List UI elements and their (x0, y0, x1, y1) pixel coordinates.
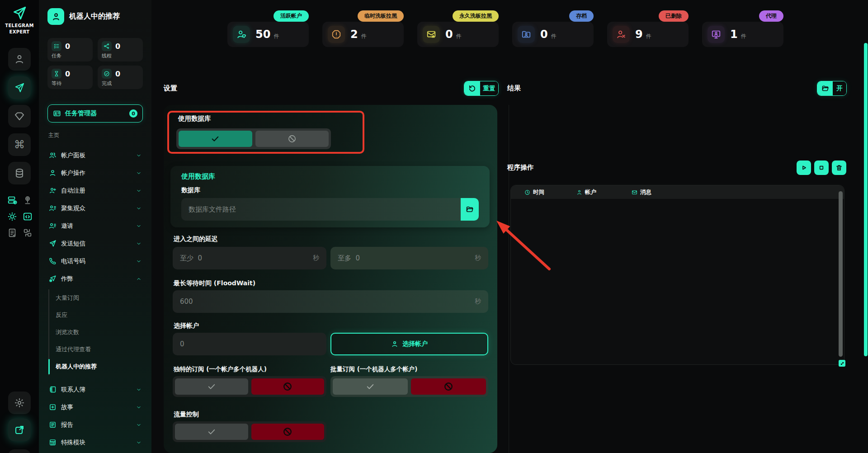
delay-max-input[interactable] (330, 254, 475, 262)
sidebar-item-label: 自动注册 (61, 187, 85, 195)
status-card-temp-blocked: 临时洗板拉黑 2件 (322, 22, 404, 47)
submenu-item-reactions[interactable]: 反应 (56, 307, 143, 324)
reset-button[interactable]: 重置 (464, 81, 499, 96)
table-resize-handle[interactable] (839, 360, 845, 367)
unique-subscribe-toggle (173, 376, 326, 397)
rail-button-premium[interactable] (8, 105, 31, 127)
server-status-icon[interactable] (6, 194, 18, 206)
bulk-subscribe-no-button[interactable] (411, 378, 486, 395)
proxy-monitor-icon (708, 26, 725, 43)
user-list-icon (49, 222, 57, 230)
traffic-control-no-button[interactable] (251, 424, 325, 440)
open-results-button[interactable]: 开 (817, 81, 847, 96)
unique-subscribe-yes-button[interactable] (175, 378, 248, 395)
floodwait-label: 最长等待时间 (FloodWait) (174, 279, 255, 288)
folder-user-icon (518, 26, 535, 43)
user-list-icon (49, 204, 57, 212)
sidebar-item-invite[interactable]: 邀请 (47, 217, 143, 235)
logo-text-2: EXPERT (9, 29, 29, 34)
bulk-subscribe-toggle (330, 376, 488, 397)
sidebar-item-label: 报告 (61, 421, 73, 429)
user-icon (49, 169, 57, 177)
sidebar-item-account-panel[interactable]: 帐户面板 (47, 146, 143, 164)
submenu-item-bot-referrals-active[interactable]: 机器人中的推荐 (56, 358, 143, 375)
chevron-down-icon (136, 387, 142, 392)
sidebar-item-gather-audience[interactable]: 聚集观众 (47, 199, 143, 217)
sidebar-item-account-actions[interactable]: 帐户操作 (47, 164, 143, 182)
settings-title: 设置 (164, 84, 177, 93)
accounts-count-input[interactable] (173, 340, 326, 348)
select-accounts-button[interactable]: 选择帐户 (330, 333, 488, 355)
sidebar-item-label: 作弊 (61, 275, 73, 283)
rail-button-accounts[interactable] (8, 48, 31, 71)
page-scrollbar[interactable] (864, 43, 868, 356)
chevron-down-icon (136, 153, 142, 158)
rail-button-clipped[interactable] (8, 449, 31, 453)
stat-card-threads: 0 线程 (98, 38, 143, 61)
chevron-down-icon (136, 223, 142, 229)
unique-subscribe-no-button[interactable] (251, 378, 325, 395)
sidebar-item-stories[interactable]: 故事 (47, 398, 143, 416)
sidebar-item-auto-register[interactable]: 自动注册 (47, 182, 143, 199)
plus-square-icon (49, 403, 57, 411)
submenu-item-views[interactable]: 浏览次数 (56, 324, 143, 341)
submenu-item-mass-subscribe[interactable]: 大量订阅 (56, 289, 143, 307)
column-header-time: 时间 (524, 189, 576, 196)
traffic-control-yes-button[interactable] (175, 424, 248, 440)
hourglass-icon (52, 69, 61, 79)
external-link-button[interactable] (8, 419, 31, 441)
sidebar-item-reports[interactable]: 报告 (47, 416, 143, 434)
traffic-control-label: 流量控制 (174, 411, 199, 419)
sidebar-item-special-modules[interactable]: 特殊模块 (47, 434, 143, 451)
users-icon (49, 151, 57, 159)
select-accounts-label: 选择帐户 (174, 322, 199, 330)
sidebar-item-cheats[interactable]: 作弊 (47, 270, 143, 288)
sidebar-item-contact-book[interactable]: 联系人簿 (47, 381, 143, 398)
bulk-subscribe-yes-button[interactable] (333, 378, 408, 395)
status-count: 50 (255, 28, 270, 41)
rail-button-shortcuts[interactable]: ⌘ (8, 133, 31, 156)
sidebar-item-phone-numbers[interactable]: 电话号码 (47, 252, 143, 270)
folder-icon (817, 81, 833, 95)
database-sub-panel: 使用数据库 数据库 (170, 166, 490, 227)
delay-min-input[interactable] (173, 254, 313, 262)
delete-button[interactable] (832, 160, 846, 175)
results-table: 时间 帐户 消息 (510, 185, 844, 365)
results-table-header: 时间 帐户 消息 (511, 185, 844, 199)
status-count: 1 (730, 28, 738, 41)
submenu-item-view-via-proxy[interactable]: 通过代理查看 (56, 341, 143, 358)
table-scrollbar-thumb[interactable] (839, 191, 843, 357)
delay-max-field: 秒 (330, 247, 488, 269)
stop-button[interactable] (814, 160, 829, 175)
code-window-icon[interactable] (22, 211, 33, 222)
rail-button-sender[interactable] (8, 76, 31, 99)
results-title: 结果 (507, 84, 521, 93)
floodwait-input[interactable] (173, 297, 475, 306)
chevron-down-icon (136, 206, 142, 211)
account-network-icon[interactable] (22, 194, 33, 206)
stat-card-done: 0 完成 (98, 66, 143, 89)
sidebar-item-label: 联系人簿 (61, 386, 85, 394)
person-icon (14, 54, 25, 65)
browse-folder-button[interactable] (461, 198, 479, 221)
section-label-home: 主页 (48, 132, 59, 139)
rail-button-database[interactable] (8, 162, 31, 184)
sidebar-item-send-sms[interactable]: 发送短信 (47, 235, 143, 252)
check-icon (207, 382, 216, 391)
settings-gear-button[interactable] (8, 392, 31, 414)
delay-label: 进入之间的延迟 (174, 235, 218, 243)
database-path-input[interactable] (181, 198, 461, 221)
bot-settings-icon[interactable] (6, 211, 18, 222)
chevron-down-icon (136, 440, 142, 445)
sidebar: 机器人中的推荐 0 任务 0 线程 0 等待 (39, 0, 151, 453)
status-card-deleted: 已删除 9件 (607, 22, 689, 47)
chevron-down-icon (136, 241, 142, 246)
chevron-down-icon (136, 422, 142, 428)
task-manager-button[interactable]: 任务管理器 0 (47, 104, 143, 123)
play-button[interactable] (797, 160, 811, 175)
chevron-down-icon (136, 188, 142, 193)
report-check-icon[interactable] (6, 227, 18, 239)
stat-label: 等待 (52, 80, 89, 87)
transfer-boxes-icon[interactable] (22, 227, 33, 239)
column-header-message: 消息 (632, 189, 651, 196)
